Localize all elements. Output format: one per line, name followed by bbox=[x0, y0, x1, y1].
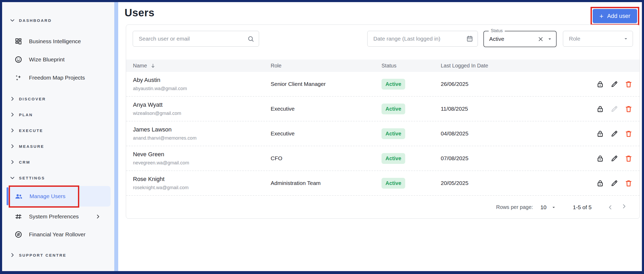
lock-icon[interactable] bbox=[596, 154, 604, 163]
chevron-down-icon bbox=[9, 175, 16, 181]
edit-icon[interactable] bbox=[610, 179, 618, 187]
user-role: Executive bbox=[271, 130, 382, 137]
sidebar-section-execute[interactable]: EXECUTE bbox=[2, 126, 114, 135]
user-email: anand.thanvi@memorres.com bbox=[133, 135, 271, 141]
table-row: Aby Austin abyaustin.wa@gmail.com Senior… bbox=[126, 72, 640, 97]
search-icon bbox=[247, 35, 254, 42]
rows-per-page-select[interactable]: 10 bbox=[540, 204, 556, 211]
sidebar-item-freedom-map-projects[interactable]: Freedom Map Projects bbox=[2, 71, 114, 84]
table-row: James Lawson anand.thanvi@memorres.com E… bbox=[126, 121, 640, 146]
user-name: Neve Green bbox=[133, 151, 271, 158]
user-name: James Lawson bbox=[133, 126, 271, 133]
sidebar-section-label: SUPPORT CENTRE bbox=[19, 253, 66, 257]
sidebar-item-label: Manage Users bbox=[29, 193, 66, 199]
sidebar-item-manage-users[interactable]: Manage Users bbox=[2, 186, 114, 207]
user-email: nevegreen.wa@gmail.com bbox=[133, 160, 271, 166]
user-name: Anya Wyatt bbox=[133, 101, 271, 108]
user-role: Senior Client Manager bbox=[271, 81, 382, 87]
sidebar-section-label: SETTINGS bbox=[19, 176, 45, 180]
chevron-right-icon bbox=[9, 96, 16, 102]
column-header-status[interactable]: Status bbox=[382, 63, 441, 69]
delete-icon[interactable] bbox=[625, 179, 633, 187]
edit-icon[interactable] bbox=[610, 130, 618, 138]
sidebar-section-plan[interactable]: PLAN bbox=[2, 110, 114, 119]
role-filter-select[interactable]: Role bbox=[563, 31, 633, 47]
chevron-right-icon bbox=[9, 111, 16, 118]
user-email: wizealison@gmail.com bbox=[133, 111, 271, 116]
add-user-annotation-box: + Add user bbox=[591, 7, 639, 25]
delete-icon[interactable] bbox=[625, 80, 633, 88]
people-icon bbox=[14, 192, 23, 200]
user-role: CFO bbox=[271, 155, 382, 162]
last-logged-date: 20/05/2025 bbox=[441, 180, 593, 186]
sidebar-section-measure[interactable]: MEASURE bbox=[2, 142, 114, 151]
status-badge: Active bbox=[382, 178, 405, 189]
sidebar-item-system-preferences[interactable]: System Preferences bbox=[2, 210, 114, 223]
status-filter-value: Active bbox=[489, 36, 537, 42]
add-user-button[interactable]: + Add user bbox=[593, 9, 637, 23]
status-badge: Active bbox=[382, 153, 405, 164]
chevron-right-icon bbox=[9, 252, 16, 258]
chevron-right-icon bbox=[95, 213, 101, 220]
status-badge: Active bbox=[382, 79, 405, 90]
lock-icon[interactable] bbox=[596, 130, 604, 138]
clear-filter-icon[interactable] bbox=[537, 36, 544, 42]
status-filter-label: Status bbox=[489, 28, 505, 33]
sidebar-section-discover[interactable]: DISCOVER bbox=[2, 94, 114, 103]
rows-per-page-label: Rows per page: bbox=[496, 204, 533, 210]
sidebar-section-support-centre[interactable]: SUPPORT CENTRE bbox=[2, 251, 114, 260]
sidebar-item-business-intelligence[interactable]: Business Intelligence bbox=[2, 35, 114, 48]
calendar-icon bbox=[466, 35, 473, 42]
delete-icon[interactable] bbox=[625, 130, 633, 138]
status-badge: Active bbox=[382, 128, 405, 139]
search-input[interactable] bbox=[133, 31, 259, 47]
column-header-last-logged[interactable]: Last Logged In Date bbox=[441, 63, 593, 69]
delete-icon[interactable] bbox=[625, 154, 633, 163]
sidebar-section-dashboard[interactable]: DASHBOARD bbox=[2, 16, 114, 25]
lock-icon[interactable] bbox=[596, 80, 604, 88]
page-title: Users bbox=[125, 7, 155, 19]
sidebar-section-label: MEASURE bbox=[19, 144, 44, 149]
dropdown-caret-icon bbox=[623, 36, 629, 42]
delete-icon[interactable] bbox=[625, 105, 633, 113]
sidebar-section-label: EXECUTE bbox=[19, 128, 43, 133]
sparkles-icon bbox=[14, 74, 22, 82]
chevron-right-icon bbox=[9, 159, 16, 165]
filter-row: Date range (Last logged in) Status Activ… bbox=[126, 25, 640, 47]
add-user-label: Add user bbox=[607, 13, 630, 19]
edit-icon[interactable] bbox=[610, 154, 618, 163]
rollover-icon bbox=[14, 231, 22, 238]
rows-per-page-value: 10 bbox=[540, 204, 546, 211]
lock-icon[interactable] bbox=[596, 179, 604, 187]
next-page-icon[interactable] bbox=[622, 204, 628, 211]
role-filter-label: Role bbox=[569, 36, 623, 42]
chevron-right-icon bbox=[9, 127, 16, 134]
user-email: roseknight.wa@gmail.com bbox=[133, 185, 271, 190]
sidebar-section-label: PLAN bbox=[19, 112, 33, 117]
column-header-name[interactable]: Name bbox=[133, 63, 271, 69]
sidebar-item-label: Freedom Map Projects bbox=[29, 75, 85, 81]
previous-page-icon[interactable] bbox=[607, 204, 614, 211]
app-window: DASHBOARD Business Intelligence Wize Blu… bbox=[0, 0, 644, 274]
date-range-placeholder: Date range (Last logged in) bbox=[373, 36, 466, 42]
column-header-role[interactable]: Role bbox=[271, 63, 382, 69]
lock-icon[interactable] bbox=[596, 105, 604, 113]
sidebar-divider-strip bbox=[114, 2, 118, 271]
sidebar-item-financial-year-rollover[interactable]: Financial Year Rollover bbox=[2, 228, 114, 241]
sidebar-item-label: Wize Blueprint bbox=[29, 56, 65, 63]
dropdown-caret-icon[interactable] bbox=[547, 36, 553, 42]
table-row: Rose Knight roseknight.wa@gmail.com Admi… bbox=[126, 171, 640, 196]
edit-icon[interactable] bbox=[610, 80, 618, 88]
sidebar-item-label: Financial Year Rollover bbox=[29, 231, 86, 238]
date-range-input[interactable]: Date range (Last logged in) bbox=[367, 31, 478, 47]
dropdown-caret-icon bbox=[551, 204, 557, 210]
face-icon bbox=[14, 56, 22, 63]
sidebar-item-label: Business Intelligence bbox=[29, 38, 81, 45]
sidebar-section-settings[interactable]: SETTINGS bbox=[2, 173, 114, 182]
sidebar-item-wize-blueprint[interactable]: Wize Blueprint bbox=[2, 53, 114, 66]
sidebar: DASHBOARD Business Intelligence Wize Blu… bbox=[2, 2, 114, 271]
user-email: abyaustin.wa@gmail.com bbox=[133, 86, 271, 91]
table-header-row: Name Role Status Last Logged In Date bbox=[126, 60, 640, 72]
status-filter-select[interactable]: Status Active bbox=[483, 31, 557, 47]
sidebar-section-crm[interactable]: CRM bbox=[2, 158, 114, 167]
